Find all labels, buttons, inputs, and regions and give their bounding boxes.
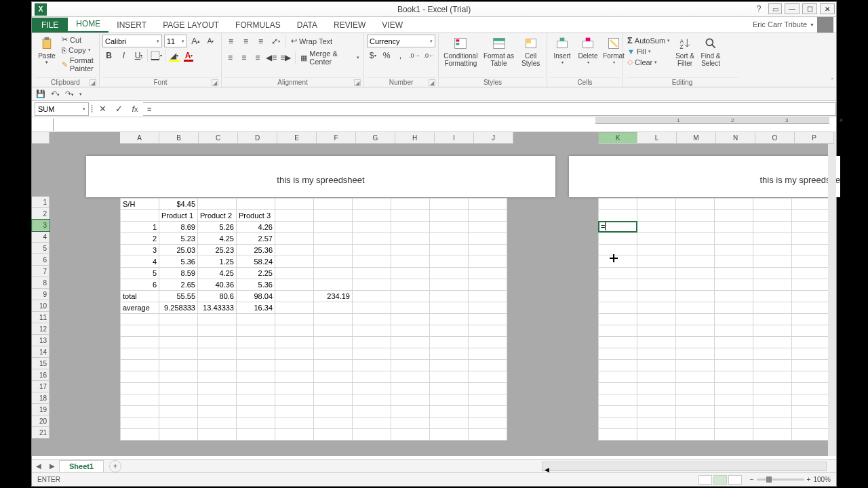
cell-O16[interactable] bbox=[753, 371, 792, 383]
cell-L11[interactable] bbox=[637, 314, 676, 325]
cell-I2[interactable] bbox=[430, 210, 469, 222]
cell-N11[interactable] bbox=[715, 314, 753, 325]
cell-H6[interactable] bbox=[391, 256, 430, 268]
autosum-button[interactable]: ΣAutoSum▾ bbox=[626, 35, 671, 46]
cell-B3[interactable]: 8.69 bbox=[159, 222, 198, 233]
cell-E12[interactable] bbox=[275, 325, 314, 337]
cell-F7[interactable] bbox=[314, 268, 353, 279]
cell-E11[interactable] bbox=[275, 314, 314, 325]
row-header-1[interactable]: 1 bbox=[32, 197, 50, 208]
cell-K6[interactable] bbox=[599, 256, 637, 268]
cell-B21[interactable] bbox=[159, 429, 198, 441]
cell-B14[interactable] bbox=[159, 348, 198, 360]
cell-B13[interactable] bbox=[159, 337, 198, 348]
number-launcher[interactable]: ◢ bbox=[429, 79, 435, 86]
cell-P9[interactable] bbox=[792, 291, 831, 302]
cell-J19[interactable] bbox=[469, 406, 507, 418]
cell-M18[interactable] bbox=[676, 394, 715, 406]
cell-P2[interactable] bbox=[792, 210, 831, 222]
cell-A8[interactable]: 6 bbox=[121, 279, 159, 291]
cell-F1[interactable] bbox=[314, 199, 353, 210]
row-header-8[interactable]: 8 bbox=[32, 277, 50, 289]
cell-J5[interactable] bbox=[469, 245, 507, 256]
row-header-10[interactable]: 10 bbox=[32, 300, 50, 312]
cell-C4[interactable]: 4.25 bbox=[198, 233, 237, 245]
col-header-L[interactable]: L bbox=[637, 132, 677, 144]
cell-O15[interactable] bbox=[753, 360, 792, 371]
cell-G2[interactable] bbox=[353, 210, 391, 222]
cell-N17[interactable] bbox=[715, 383, 753, 394]
cell-G3[interactable] bbox=[353, 222, 391, 233]
cell-F2[interactable] bbox=[314, 210, 353, 222]
row-header-20[interactable]: 20 bbox=[32, 415, 50, 427]
cell-H14[interactable] bbox=[391, 348, 430, 360]
align-right-icon[interactable]: ≡ bbox=[252, 52, 263, 64]
cell-I4[interactable] bbox=[430, 233, 469, 245]
cell-K10[interactable] bbox=[599, 302, 637, 314]
col-header-O[interactable]: O bbox=[755, 132, 795, 144]
cell-F20[interactable] bbox=[314, 418, 353, 429]
cell-E16[interactable] bbox=[275, 371, 314, 383]
cell-I9[interactable] bbox=[430, 291, 469, 302]
cell-D18[interactable] bbox=[237, 394, 275, 406]
cell-H1[interactable] bbox=[391, 199, 430, 210]
increase-indent-icon[interactable]: ≡▶ bbox=[279, 52, 292, 64]
minimize-button[interactable]: — bbox=[785, 3, 800, 14]
cell-I8[interactable] bbox=[430, 279, 469, 291]
cell-M14[interactable] bbox=[676, 348, 715, 360]
cell-F6[interactable] bbox=[314, 256, 353, 268]
cell-F5[interactable] bbox=[314, 245, 353, 256]
zoom-slider[interactable] bbox=[757, 479, 804, 481]
cell-F19[interactable] bbox=[314, 406, 353, 418]
cell-N9[interactable] bbox=[715, 291, 753, 302]
cell-B17[interactable] bbox=[159, 383, 198, 394]
cell-N15[interactable] bbox=[715, 360, 753, 371]
cell-K13[interactable] bbox=[599, 337, 637, 348]
cell-E21[interactable] bbox=[275, 429, 314, 441]
cell-D21[interactable] bbox=[237, 429, 275, 441]
cell-M7[interactable] bbox=[676, 268, 715, 279]
align-bottom-icon[interactable]: ≡ bbox=[254, 35, 267, 47]
cell-C21[interactable] bbox=[198, 429, 237, 441]
row-header-4[interactable]: 4 bbox=[32, 231, 50, 243]
avatar[interactable] bbox=[817, 16, 833, 33]
vertical-scrollbar[interactable] bbox=[828, 132, 836, 456]
cell-P17[interactable] bbox=[792, 383, 831, 394]
cell-I18[interactable] bbox=[430, 394, 469, 406]
cell-O20[interactable] bbox=[753, 418, 792, 429]
alignment-launcher[interactable]: ◢ bbox=[354, 79, 361, 86]
cell-M13[interactable] bbox=[676, 337, 715, 348]
cell-H17[interactable] bbox=[391, 383, 430, 394]
tab-home[interactable]: HOME bbox=[68, 16, 108, 33]
cell-I19[interactable] bbox=[430, 406, 469, 418]
cell-O12[interactable] bbox=[753, 325, 792, 337]
cell-F16[interactable] bbox=[314, 371, 353, 383]
cell-M8[interactable] bbox=[676, 279, 715, 291]
insert-cells-button[interactable]: Insert▾ bbox=[550, 35, 574, 77]
cell-H11[interactable] bbox=[391, 314, 430, 325]
cell-N19[interactable] bbox=[715, 406, 753, 418]
cell-K11[interactable] bbox=[599, 314, 637, 325]
cell-E15[interactable] bbox=[275, 360, 314, 371]
cell-F12[interactable] bbox=[314, 325, 353, 337]
cell-I11[interactable] bbox=[430, 314, 469, 325]
view-normal-icon[interactable] bbox=[698, 475, 712, 485]
cell-K17[interactable] bbox=[599, 383, 637, 394]
undo-button[interactable]: ↶▾ bbox=[51, 89, 60, 98]
cell-E7[interactable] bbox=[275, 268, 314, 279]
row-header-19[interactable]: 19 bbox=[32, 404, 50, 415]
cell-A21[interactable] bbox=[121, 429, 159, 441]
currency-icon[interactable]: $▾ bbox=[367, 49, 378, 62]
cell-L12[interactable] bbox=[637, 325, 676, 337]
col-header-B[interactable]: B bbox=[159, 132, 199, 144]
cell-G4[interactable] bbox=[353, 233, 391, 245]
cell-K4[interactable] bbox=[599, 233, 637, 245]
close-button[interactable]: ✕ bbox=[820, 3, 835, 14]
cell-M4[interactable] bbox=[676, 233, 715, 245]
cell-E14[interactable] bbox=[275, 348, 314, 360]
cell-C16[interactable] bbox=[198, 371, 237, 383]
cell-G15[interactable] bbox=[353, 360, 391, 371]
clipboard-launcher[interactable]: ◢ bbox=[90, 79, 96, 86]
cell-P21[interactable] bbox=[792, 429, 831, 441]
cell-D1[interactable] bbox=[237, 199, 275, 210]
